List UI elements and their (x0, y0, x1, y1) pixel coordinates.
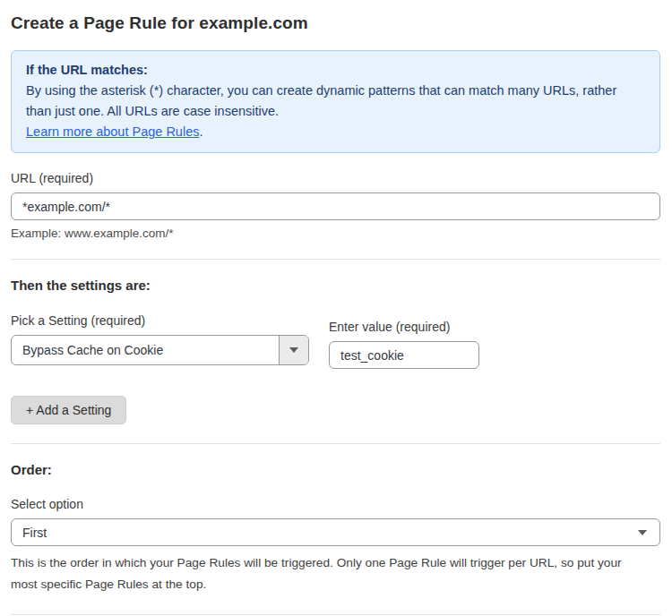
page-title: Create a Page Rule for example.com (11, 13, 660, 33)
info-box-heading: If the URL matches: (26, 60, 645, 81)
order-section-heading: Order: (11, 462, 660, 477)
link-suffix: . (199, 124, 202, 139)
info-box-body: By using the asterisk (*) character, you… (26, 81, 645, 122)
order-select[interactable]: First (11, 518, 660, 546)
divider (11, 614, 660, 615)
learn-more-link[interactable]: Learn more about Page Rules (26, 124, 199, 139)
order-select-label: Select option (11, 497, 660, 511)
info-box-link-line: Learn more about Page Rules. (26, 122, 645, 142)
create-page-rule-form: Create a Page Rule for example.com If th… (0, 0, 672, 616)
settings-row: Pick a Setting (required) Bypass Cache o… (11, 313, 660, 369)
url-example-hint: Example: www.example.com/* (11, 227, 660, 240)
settings-section-heading: Then the settings are: (11, 278, 660, 293)
enter-value-label: Enter value (required) (329, 320, 479, 334)
divider (11, 443, 660, 444)
divider (11, 259, 660, 260)
setting-value-input[interactable] (329, 341, 479, 369)
order-select-value: First (12, 526, 638, 540)
order-description: This is the order in which your Page Rul… (11, 552, 651, 595)
chevron-down-icon (289, 347, 298, 353)
add-setting-button[interactable]: + Add a Setting (11, 396, 126, 424)
enter-value-column: Enter value (required) (329, 320, 479, 369)
url-label: URL (required) (11, 171, 660, 185)
chevron-down-icon (638, 530, 647, 535)
pick-setting-column: Pick a Setting (required) Bypass Cache o… (11, 313, 309, 365)
setting-select[interactable]: Bypass Cache on Cookie (11, 335, 309, 365)
pick-setting-label: Pick a Setting (required) (11, 313, 309, 328)
setting-select-value: Bypass Cache on Cookie (12, 343, 279, 357)
url-input[interactable] (11, 192, 660, 220)
setting-select-arrow-button[interactable] (279, 336, 308, 364)
url-matches-info-box: If the URL matches: By using the asteris… (11, 50, 660, 153)
